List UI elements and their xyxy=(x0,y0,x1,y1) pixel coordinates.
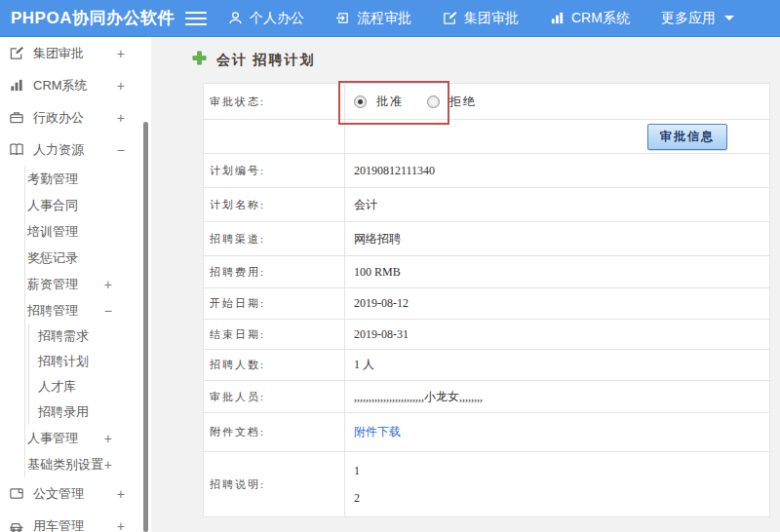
approval-status-row: 审批状态: 批准 拒绝 xyxy=(204,84,770,120)
caret-down-icon xyxy=(724,16,734,20)
field-value: 1 人 xyxy=(345,350,770,381)
book-icon xyxy=(9,142,25,157)
memo-line: 2 xyxy=(354,484,769,512)
field-label: 附件文档: xyxy=(204,413,345,452)
expand-toggle[interactable]: + xyxy=(117,518,125,532)
expand-toggle[interactable]: + xyxy=(117,78,125,94)
field-label: 计划名称: xyxy=(204,188,345,222)
sidebar-item-recruit-plan[interactable]: 招聘计划 xyxy=(29,349,151,374)
sidebar-item-group-approval[interactable]: 集团审批 + xyxy=(0,37,151,69)
nav-group-approval[interactable]: 集团审批 xyxy=(443,10,519,27)
nav-crm-system[interactable]: CRM系统 xyxy=(550,10,630,27)
table-row: 招聘费用:100 RMB xyxy=(204,256,770,288)
main-content: 会计 招聘计划 审批状态: 批准 拒绝 审批信息 计划编号:2019081211… xyxy=(151,37,780,532)
field-value: 网络招聘 xyxy=(345,222,770,256)
page-title: 会计 招聘计划 xyxy=(192,51,316,69)
top-nav: 个人办公 流程审批 集团审批 CRM系统 更多应用 xyxy=(228,10,734,27)
expand-toggle[interactable]: + xyxy=(117,486,125,502)
attachment-row: 附件文档:附件下载 xyxy=(204,413,770,452)
sidebar-item-hr-contract[interactable]: 人事合同 xyxy=(25,192,151,218)
sidebar-item-vehicle-mgmt[interactable]: 用车管理 + xyxy=(0,510,151,532)
table-row: 结束日期:2019-08-31 xyxy=(204,320,770,350)
sidebar-item-attendance[interactable]: 考勤管理 xyxy=(25,166,151,192)
field-label: 结束日期: xyxy=(204,320,345,350)
recruit-plan-form: 审批状态: 批准 拒绝 审批信息 计划编号:20190812111340 计划名… xyxy=(203,83,770,517)
sidebar-item-salary[interactable]: 薪资管理 + xyxy=(25,271,151,297)
reject-radio[interactable] xyxy=(427,95,440,108)
field-value: ,,,,,,,,,,,,,,,,,,,,,,,,小龙女,,,,,,,, xyxy=(345,381,770,413)
collapse-toggle[interactable]: − xyxy=(117,142,125,158)
sidebar-item-document-mgmt[interactable]: 公文管理 + xyxy=(0,477,151,510)
field-value: 100 RMB xyxy=(345,256,770,288)
table-row: 计划名称:会计 xyxy=(204,188,770,222)
field-label: 开始日期: xyxy=(204,288,345,320)
nav-personal-office[interactable]: 个人办公 xyxy=(228,10,304,27)
field-value: 20190812111340 xyxy=(345,154,770,188)
expand-toggle[interactable]: + xyxy=(104,277,112,292)
sidebar-item-recruit-demand[interactable]: 招聘需求 xyxy=(29,323,151,349)
table-row: 开始日期:2019-08-12 xyxy=(204,288,770,320)
sidebar: 集团审批 + CRM系统 + 行政办公 + 人力资源 − 考勤管理 人事合同 培… xyxy=(0,37,151,532)
field-value: 2019-08-12 xyxy=(345,288,770,320)
document-icon xyxy=(9,486,25,501)
app-title: PHPOA协同办公软件 xyxy=(0,7,185,29)
nav-workflow-approval[interactable]: 流程审批 xyxy=(335,10,411,27)
approval-radio-group: 批准 拒绝 xyxy=(354,94,769,110)
recruit-submenu: 招聘需求 招聘计划 人才库 招聘录用 xyxy=(28,323,151,425)
car-icon xyxy=(9,518,25,532)
field-label: 招聘人数: xyxy=(204,350,345,381)
sidebar-item-rewards[interactable]: 奖惩记录 xyxy=(25,245,151,271)
approval-button-row: 审批信息 xyxy=(204,120,770,154)
bar-chart-icon xyxy=(9,78,25,93)
expand-toggle[interactable]: + xyxy=(117,110,125,126)
table-row: 计划编号:20190812111340 xyxy=(204,154,770,188)
hr-submenu: 考勤管理 人事合同 培训管理 奖惩记录 薪资管理 + 招聘管理 − 招聘需求 招… xyxy=(24,166,151,477)
table-row: 审批人员:,,,,,,,,,,,,,,,,,,,,,,,,小龙女,,,,,,,, xyxy=(204,381,770,413)
memo-line: 1 xyxy=(354,457,769,484)
expand-toggle[interactable]: + xyxy=(104,431,112,446)
nav-more-apps[interactable]: 更多应用 xyxy=(661,10,734,27)
sidebar-item-admin-office[interactable]: 行政办公 + xyxy=(0,101,151,133)
edit-icon xyxy=(9,46,25,60)
sidebar-item-personnel-mgmt[interactable]: 人事管理 + xyxy=(25,425,151,451)
approval-info-button[interactable]: 审批信息 xyxy=(647,124,727,150)
sidebar-item-crm[interactable]: CRM系统 + xyxy=(0,69,151,101)
field-value: 会计 xyxy=(345,188,770,222)
sidebar-item-talent-pool[interactable]: 人才库 xyxy=(29,374,151,399)
expand-toggle[interactable]: + xyxy=(104,457,112,473)
sidebar-item-training[interactable]: 培训管理 xyxy=(25,218,151,245)
briefcase-icon xyxy=(9,110,25,125)
field-label: 审批人员: xyxy=(204,381,345,413)
sidebar-item-recruit-mgmt[interactable]: 招聘管理 − xyxy=(25,297,151,323)
sidebar-item-recruit-hire[interactable]: 招聘录用 xyxy=(29,399,151,425)
expand-toggle[interactable]: + xyxy=(117,46,125,61)
field-label: 审批状态: xyxy=(204,84,345,120)
top-navbar: PHPOA协同办公软件 个人办公 流程审批 集团审批 CRM系统 更多应用 xyxy=(0,0,780,37)
field-label: 招聘说明: xyxy=(204,452,345,517)
field-label: 招聘费用: xyxy=(204,256,345,288)
memo-row: 招聘说明: 1 2 xyxy=(204,452,770,517)
workflow-icon xyxy=(335,11,350,25)
sidebar-item-base-category[interactable]: 基础类别设置 + xyxy=(25,451,151,477)
table-row: 招聘人数:1 人 xyxy=(204,350,770,381)
field-label: 计划编号: xyxy=(204,154,345,188)
sidebar-scrollbar[interactable] xyxy=(143,122,148,532)
table-row: 招聘渠道:网络招聘 xyxy=(204,222,770,256)
menu-toggle-icon[interactable] xyxy=(185,8,207,29)
add-plus-icon[interactable] xyxy=(192,51,207,69)
sidebar-item-hr[interactable]: 人力资源 − xyxy=(0,133,151,166)
bar-chart-icon xyxy=(550,11,565,25)
edit-icon xyxy=(443,11,457,25)
user-icon xyxy=(228,11,243,25)
field-value: 2019-08-31 xyxy=(345,320,770,350)
collapse-toggle[interactable]: − xyxy=(104,303,112,319)
attachment-download-link[interactable]: 附件下载 xyxy=(354,425,401,438)
field-label: 招聘渠道: xyxy=(204,222,345,256)
approve-radio[interactable] xyxy=(354,95,367,108)
